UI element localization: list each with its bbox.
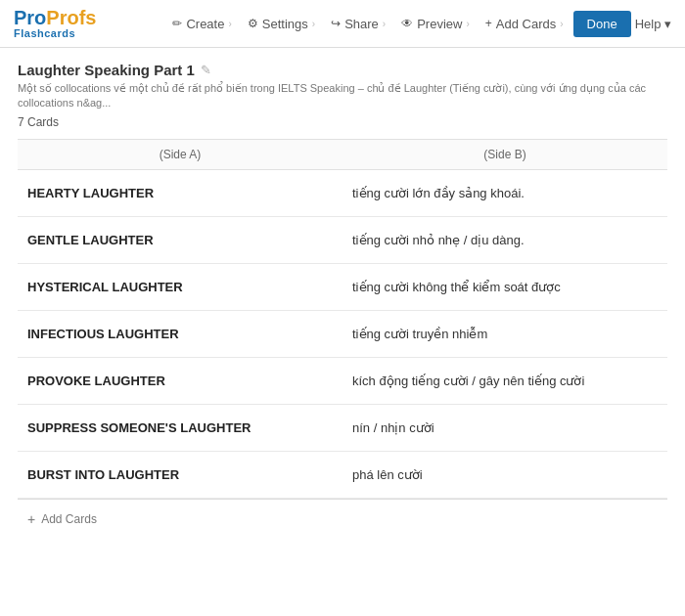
chevron-icon-settings: › — [312, 19, 315, 29]
nav-share-label: Share — [344, 17, 379, 31]
card-definition: tiếng cười nhỏ nhẹ / dịu dàng. — [342, 216, 667, 263]
edit-icon[interactable]: ✎ — [201, 63, 211, 77]
cards-table: (Side A) (Side B) HEARTY LAUGHTERtiếng c… — [18, 139, 667, 499]
card-term: BURST INTO LAUGHTER — [18, 451, 342, 498]
table-row: INFECTIOUS LAUGHTERtiếng cười truyền nhi… — [18, 310, 667, 357]
logo-pro1: Pro — [14, 7, 46, 28]
pencil-icon: ✏ — [172, 17, 182, 30]
deck-description: Một số collocations về một chủ đề rất ph… — [18, 81, 667, 111]
card-term: HEARTY LAUGHTER — [18, 169, 342, 216]
nav-preview-label: Preview — [417, 17, 462, 31]
add-cards-footer-label: Add Cards — [41, 512, 97, 526]
eye-icon: 👁 — [401, 17, 413, 30]
deck-title: Laughter Speaking Part 1 — [18, 62, 195, 78]
card-definition: nín / nhịn cười — [342, 404, 667, 451]
logo-area: ProProfs Flashcards — [14, 8, 96, 39]
nav-preview[interactable]: 👁 Preview › — [395, 13, 476, 35]
card-term: PROVOKE LAUGHTER — [18, 357, 342, 404]
help-chevron-icon: ▾ — [664, 17, 671, 31]
help-button[interactable]: Help ▾ — [635, 17, 671, 31]
nav-items: ✏ Create › ⚙ Settings › ↪ Share › 👁 Prev… — [166, 13, 569, 35]
card-definition: tiếng cười truyền nhiễm — [342, 310, 667, 357]
logo-pro2: Profs — [46, 7, 96, 28]
chevron-icon-share: › — [383, 19, 386, 29]
nav-settings[interactable]: ⚙ Settings › — [242, 13, 321, 35]
logo-sub: Flashcards — [14, 27, 96, 39]
table-row: SUPPRESS SOMEONE'S LAUGHTERnín / nhịn cư… — [18, 404, 667, 451]
card-definition: tiếng cười không thể kiểm soát được — [342, 263, 667, 310]
header: ProProfs Flashcards ✏ Create › ⚙ Setting… — [0, 0, 685, 48]
table-row: BURST INTO LAUGHTERphá lên cười — [18, 451, 667, 498]
done-button[interactable]: Done — [573, 11, 631, 37]
card-definition: tiếng cười lớn đầy sảng khoái. — [342, 169, 667, 216]
deck-count: 7 Cards — [18, 115, 667, 129]
plus-icon-footer: + — [27, 511, 35, 527]
gear-icon: ⚙ — [248, 17, 258, 30]
card-term: SUPPRESS SOMEONE'S LAUGHTER — [18, 404, 342, 451]
chevron-icon-create: › — [228, 19, 231, 29]
main-content: Laughter Speaking Part 1 ✎ Một số colloc… — [0, 48, 685, 552]
card-definition: kích động tiếng cười / gây nên tiếng cườ… — [342, 357, 667, 404]
table-row: GENTLE LAUGHTERtiếng cười nhỏ nhẹ / dịu … — [18, 216, 667, 263]
add-cards-footer[interactable]: + Add Cards — [18, 499, 667, 539]
table-row: HEARTY LAUGHTERtiếng cười lớn đầy sảng k… — [18, 169, 667, 216]
table-row: HYSTERICAL LAUGHTERtiếng cười không thể … — [18, 263, 667, 310]
nav-add-cards[interactable]: + Add Cards › — [480, 13, 570, 35]
plus-icon-nav: + — [485, 17, 492, 30]
card-term: GENTLE LAUGHTER — [18, 216, 342, 263]
card-term: INFECTIOUS LAUGHTER — [18, 310, 342, 357]
share-icon: ↪ — [331, 17, 341, 30]
card-term: HYSTERICAL LAUGHTER — [18, 263, 342, 310]
chevron-icon-preview: › — [466, 19, 469, 29]
table-row: PROVOKE LAUGHTERkích động tiếng cười / g… — [18, 357, 667, 404]
chevron-icon-addcards: › — [560, 19, 563, 29]
nav-add-cards-label: Add Cards — [496, 17, 556, 31]
nav-create[interactable]: ✏ Create › — [166, 13, 237, 35]
help-label: Help — [635, 17, 662, 31]
card-definition: phá lên cười — [342, 451, 667, 498]
nav-share[interactable]: ↪ Share › — [325, 13, 391, 35]
nav-create-label: Create — [186, 17, 224, 31]
nav-settings-label: Settings — [262, 17, 308, 31]
column-header-side-a: (Side A) — [18, 139, 342, 169]
deck-title-row: Laughter Speaking Part 1 ✎ — [18, 62, 667, 78]
logo-proprofs: ProProfs — [14, 8, 96, 27]
column-header-side-b: (Side B) — [342, 139, 667, 169]
